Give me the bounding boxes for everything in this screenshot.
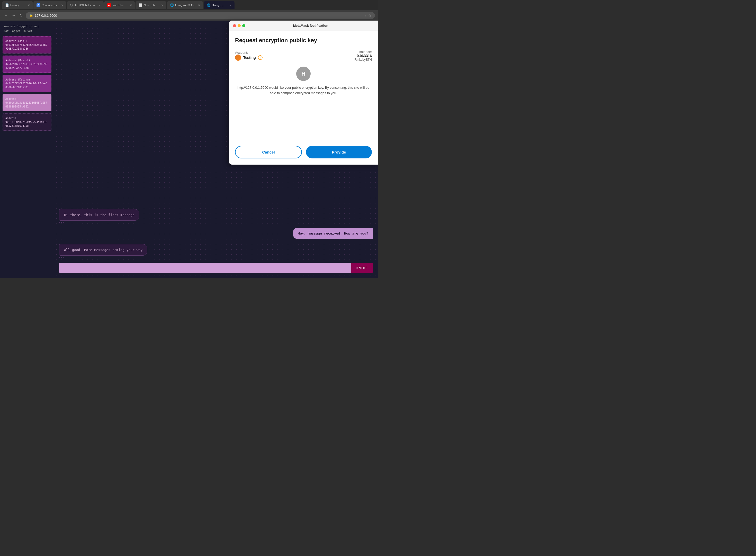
- metamask-overlay: MetaMask Notification Request encryption…: [229, 21, 378, 165]
- account-name: Testing: [243, 56, 256, 60]
- message-1: Hi there, this is the first message: [59, 209, 139, 223]
- metamask-header: Request encryption public key: [235, 37, 372, 44]
- address-dark-value: 0xC137B0AB0256Df59c23a8d31B0B52315e16941…: [5, 120, 48, 128]
- avatar: H: [296, 67, 311, 81]
- metamask-title-bar: MetaMask Notification: [229, 21, 378, 31]
- balance-label: Balance:: [355, 50, 372, 54]
- youtube-favicon: ▶: [107, 3, 111, 7]
- message-2-bubble: Hey, message received. How are you?: [293, 228, 373, 239]
- url-bar[interactable]: 🔒 127.0.0.1:5000 ↑ ☆: [26, 12, 375, 19]
- provide-button[interactable]: Provide: [306, 146, 372, 159]
- avatar-letter: H: [301, 70, 305, 77]
- address-card-dark[interactable]: Address: 0xC137B0AB0256Df59c23a8d31B0B52…: [3, 113, 51, 131]
- logged-in-line2: Not logged in yet: [4, 29, 50, 33]
- address-dark-label: Address:: [5, 116, 48, 120]
- close-dot[interactable]: [233, 24, 236, 27]
- message-1-dots: [59, 222, 139, 223]
- metamask-title: MetaMask Notification: [293, 24, 328, 28]
- tab-ethglobal-label: ETHGlobal - Lo...: [75, 4, 97, 7]
- ethglobal-favicon: ⬡: [70, 3, 74, 7]
- tab-ethglobal-close[interactable]: ✕: [99, 4, 101, 7]
- message-3-dots: [59, 257, 147, 258]
- tab-history-label: History: [10, 4, 19, 7]
- tab-newtab[interactable]: ⬜ New Tab ✕: [136, 1, 166, 9]
- enter-button[interactable]: ENTER: [351, 263, 373, 273]
- fox-icon: [235, 55, 241, 61]
- address-card-active[interactable]: Address: 0x80b6aBa3e4d22633d56Efa9570838…: [3, 94, 51, 111]
- address-card-jan[interactable]: Address (Jan): 0x61fF6367537Ab46FccAf06b…: [3, 36, 51, 54]
- traffic-lights: [233, 24, 245, 27]
- account-label: Account:: [235, 51, 262, 55]
- url-text: 127.0.0.1:5000: [35, 13, 57, 18]
- metamask-body: Request encryption public key Account: T…: [229, 31, 378, 165]
- logged-in-status: You are logged in as: Not logged in yet: [3, 23, 51, 34]
- address-card-kalina[interactable]: Address (Kalina): 0x8fE2CE4C927C926cb7c9…: [3, 75, 51, 92]
- dot-5: [61, 257, 62, 258]
- account-info: Testing !: [235, 55, 262, 61]
- logged-in-line1: You are logged in as:: [4, 24, 50, 29]
- address-bar: ← → ↻ 🔒 127.0.0.1:5000 ↑ ☆: [0, 10, 378, 21]
- dot-3: [63, 222, 64, 223]
- forward-button[interactable]: →: [11, 12, 16, 19]
- avatar-row: H: [235, 67, 372, 81]
- tab-youtube[interactable]: ▶ YouTube ✕: [104, 1, 135, 9]
- main-content: You are logged in as: Not logged in yet …: [0, 21, 378, 278]
- address-kalina-label: Address (Kalina):: [5, 78, 48, 81]
- message-3-bubble: All good. More messages coming your way: [59, 244, 147, 256]
- address-daniel-label: Address (Daniel):: [5, 58, 48, 62]
- balance-section: Balance: 0.063316 RinkebyETH: [355, 50, 372, 62]
- dot-2: [61, 222, 62, 223]
- tab-bar: 📄 History ✕ G Continue usi... ✕ ⬡ ETHGlo…: [0, 0, 378, 10]
- account-section: Account: Testing !: [235, 51, 262, 61]
- refresh-button[interactable]: ↻: [19, 12, 24, 19]
- cancel-button[interactable]: Cancel: [235, 146, 302, 159]
- url-icons: ↑ ☆: [365, 13, 371, 18]
- tab-google[interactable]: G Continue usi... ✕: [33, 1, 66, 9]
- address-card-daniel[interactable]: Address (Daniel): 0x66d9fb0Cd2D9103C29fF…: [3, 56, 51, 73]
- share-icon: ↑: [365, 13, 366, 18]
- info-icon[interactable]: !: [258, 55, 262, 60]
- active-favicon: 🌐: [207, 3, 210, 7]
- newtab-favicon: ⬜: [139, 3, 142, 7]
- app-sidebar: You are logged in as: Not logged in yet …: [0, 21, 54, 278]
- balance-unit: RinkebyETH: [355, 58, 372, 62]
- chat-input[interactable]: [59, 263, 351, 273]
- tab-web3-close[interactable]: ✕: [198, 4, 200, 7]
- message-2: Hey, message received. How are you?: [293, 228, 373, 239]
- dot-6: [63, 257, 64, 258]
- tab-newtab-close[interactable]: ✕: [161, 4, 163, 7]
- metamask-buttons: Cancel Provide: [235, 146, 372, 159]
- tab-active-close[interactable]: ✕: [229, 4, 231, 7]
- tab-youtube-label: YouTube: [112, 4, 123, 7]
- message-3: All good. More messages coming your way: [59, 244, 147, 258]
- google-favicon: G: [37, 3, 40, 7]
- tab-history[interactable]: 📄 History ✕: [2, 1, 33, 9]
- tab-youtube-close[interactable]: ✕: [130, 4, 132, 7]
- balance-amount: 0.063316: [355, 54, 372, 58]
- maximize-dot[interactable]: [242, 24, 245, 27]
- balance-value: 0.063316 RinkebyETH: [355, 54, 372, 62]
- tab-web3[interactable]: 🌐 Using web3 AP... ✕: [167, 1, 203, 9]
- tab-history-close[interactable]: ✕: [28, 4, 30, 7]
- web3-favicon: 🌐: [170, 3, 174, 7]
- dot-1: [59, 222, 60, 223]
- address-active-value: 0x80b6aBa3e4d22633d56Efa95708381928554A8…: [5, 101, 48, 108]
- tab-web3-label: Using web3 AP...: [175, 4, 196, 7]
- tab-google-label: Continue usi...: [42, 4, 60, 7]
- message-3-text: All good. More messages coming your way: [64, 248, 142, 252]
- metamask-account-row: Account: Testing ! Balance: 0.063316 Rin…: [235, 50, 372, 62]
- bookmark-icon: ☆: [368, 13, 371, 18]
- metamask-description: http://127.0.0.1:5000 would like your pu…: [235, 85, 372, 96]
- tab-active[interactable]: 🌐 Using u... ✕: [204, 1, 235, 9]
- history-favicon: 📄: [5, 3, 9, 7]
- tab-google-close[interactable]: ✕: [61, 4, 63, 7]
- address-jan-label: Address (Jan):: [5, 39, 48, 43]
- minimize-dot[interactable]: [238, 24, 241, 27]
- address-kalina-value: 0x8fE2CE4C927C926cb7c97deeD8386a05710553…: [5, 81, 48, 89]
- chat-input-area: ENTER: [59, 263, 373, 273]
- lock-icon: 🔒: [29, 13, 33, 17]
- message-2-text: Hey, message received. How are you?: [298, 232, 368, 235]
- back-button[interactable]: ←: [3, 12, 9, 19]
- tab-active-label: Using u...: [212, 4, 224, 7]
- tab-ethglobal[interactable]: ⬡ ETHGlobal - Lo... ✕: [67, 1, 104, 9]
